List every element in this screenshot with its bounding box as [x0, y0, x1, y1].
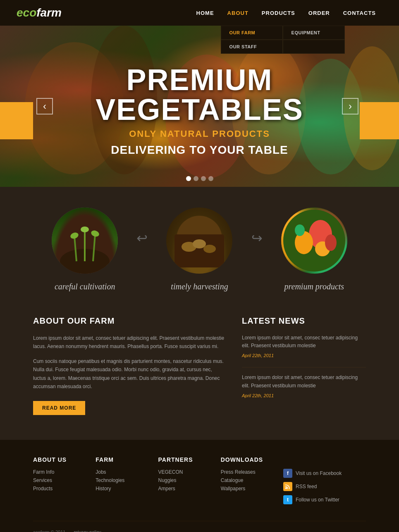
- news-item-2: Lorem ipsum dolor sit amet, consec tetue…: [242, 374, 366, 398]
- hero-content: PREMIUM VEGETABLES ONLY NATURAL PRODUCTS…: [96, 65, 303, 157]
- footer-col-farm: FARM Jobs Technologies History: [96, 456, 150, 508]
- footer: ABOUT US Farm Info Services Products FAR…: [0, 440, 399, 532]
- social-links: f Visit us on Facebook RSS feed t: [283, 469, 366, 504]
- feature-cultivation: careful cultivation: [33, 208, 136, 291]
- potatoes-svg: [166, 208, 232, 274]
- arrow-2: ↪: [251, 230, 263, 246]
- hero-subtitle: ONLY NATURAL PRODUCTS: [96, 129, 303, 139]
- nav-order[interactable]: ORDER: [302, 0, 337, 26]
- facebook-icon: f: [283, 469, 292, 478]
- feature-products: premium products: [263, 208, 366, 291]
- footer-link-services[interactable]: Services: [33, 477, 87, 483]
- dropdown-our-staff[interactable]: OUR STAFF: [221, 40, 283, 54]
- slider-prev-button[interactable]: ‹: [36, 98, 53, 115]
- footer-link-technologies[interactable]: Technologies: [96, 477, 150, 483]
- feature-label-products: premium products: [284, 282, 344, 291]
- slider-dot-2[interactable]: [194, 176, 198, 181]
- feature-circle-harvesting: [166, 208, 232, 274]
- footer-link-farm-info[interactable]: Farm Info: [33, 469, 87, 475]
- nav-products[interactable]: PRODUCTS: [255, 0, 302, 26]
- about-section: ABOUT OUR FARM Lorem ipsum dolor sit ame…: [33, 316, 225, 415]
- content-section: ABOUT OUR FARM Lorem ipsum dolor sit ame…: [0, 308, 399, 440]
- social-facebook[interactable]: f Visit us on Facebook: [283, 469, 366, 478]
- news-text-2: Lorem ipsum dolor sit amet, consec tetue…: [242, 374, 366, 389]
- slider-next-button[interactable]: ›: [342, 98, 358, 115]
- slider-dots: [186, 176, 213, 181]
- dropdown-row-1: OUR FARM EQUIPMENT: [221, 26, 345, 40]
- svg-point-28: [285, 487, 287, 489]
- news-date-1: April 22th, 2011: [242, 353, 274, 358]
- footer-col-about-us: ABOUT US Farm Info Services Products: [33, 456, 87, 508]
- about-dropdown: OUR FARM EQUIPMENT OUR STAFF: [221, 26, 345, 54]
- arrow-1: ↪: [136, 230, 148, 246]
- news-section: LATEST NEWS Lorem ipsum dolor sit amet, …: [242, 316, 366, 415]
- footer-title-farm: FARM: [96, 456, 150, 463]
- svg-point-10: [69, 231, 79, 240]
- footer-link-ampers[interactable]: Ampers: [158, 486, 213, 491]
- svg-point-26: [295, 224, 305, 236]
- dropdown-row-2: OUR STAFF: [221, 40, 345, 54]
- footer-link-catalogue[interactable]: Catalogue: [221, 477, 275, 483]
- news-text-1: Lorem ipsum dolor sit amet, consec tetue…: [242, 334, 366, 350]
- footer-title-downloads: DOWNLOADS: [221, 456, 275, 463]
- logo-eco: eco: [17, 6, 36, 19]
- social-twitter[interactable]: t Follow us on Twitter: [283, 495, 366, 504]
- feature-label-harvesting: timely harvesting: [171, 282, 228, 291]
- about-text-2: Cum sociis natoque penatibus et magnis d…: [33, 357, 225, 391]
- slider-dot-1[interactable]: [186, 176, 191, 181]
- slider-dot-3[interactable]: [201, 176, 206, 181]
- sprouts-art: [52, 208, 118, 274]
- nav-about-wrapper: ABOUT OUR FARM EQUIPMENT OUR STAFF: [221, 0, 255, 26]
- footer-link-vegecon[interactable]: VEGECON: [158, 469, 213, 475]
- hero-orange-bar-left: [0, 102, 33, 139]
- read-more-button[interactable]: READ MORE: [33, 401, 85, 415]
- potatoes-art: [166, 208, 232, 274]
- veggies-svg: [281, 208, 347, 274]
- news-divider: [242, 367, 366, 367]
- rss-icon: [283, 482, 292, 491]
- logo[interactable]: ecofarm: [17, 6, 62, 19]
- footer-link-history[interactable]: History: [96, 486, 150, 491]
- footer-divider: [33, 521, 366, 521]
- footer-link-press-releases[interactable]: Press Releases: [221, 469, 275, 475]
- feature-circle-products: [281, 208, 347, 274]
- sprouts-svg: [52, 208, 118, 274]
- header: ecofarm HOME ABOUT OUR FARM EQUIPMENT OU…: [0, 0, 399, 26]
- dropdown-our-farm[interactable]: OUR FARM: [221, 26, 283, 40]
- twitter-icon: t: [283, 495, 292, 504]
- nav-about[interactable]: ABOUT: [221, 0, 255, 26]
- footer-col-partners: PARTNERS VEGECON Nuggies Ampers: [158, 456, 213, 508]
- news-title: LATEST NEWS: [242, 316, 366, 326]
- nav-home[interactable]: HOME: [190, 0, 221, 26]
- rss-label: RSS feed: [296, 484, 317, 489]
- rss-svg: [285, 484, 291, 489]
- footer-link-jobs[interactable]: Jobs: [96, 469, 150, 475]
- veggies-art: [281, 208, 347, 274]
- hero-orange-bar-right: [360, 102, 399, 139]
- about-text-1: Lorem ipsum dolor sit amet, consec tetue…: [33, 334, 225, 351]
- dropdown-empty: [283, 40, 345, 54]
- footer-title-partners: PARTNERS: [158, 456, 213, 463]
- feature-label-cultivation: careful cultivation: [55, 282, 115, 291]
- social-rss[interactable]: RSS feed: [283, 482, 366, 491]
- slider-dot-4[interactable]: [208, 176, 213, 181]
- features-section: careful cultivation ↪ timely harvesting: [0, 187, 399, 308]
- footer-title-about-us: ABOUT US: [33, 456, 87, 463]
- footer-privacy-link[interactable]: privacy policy: [74, 530, 101, 532]
- news-date-2: April 22th, 2011: [242, 393, 274, 398]
- nav-contacts[interactable]: CONTACTS: [337, 0, 382, 26]
- footer-link-wallpapers[interactable]: Wallpapers: [221, 486, 275, 491]
- dropdown-equipment[interactable]: EQUIPMENT: [283, 26, 345, 40]
- svg-point-21: [203, 245, 216, 253]
- twitter-label: Follow us on Twitter: [296, 497, 339, 503]
- footer-col-social: f Visit us on Facebook RSS feed t: [283, 456, 366, 508]
- svg-point-12: [90, 229, 100, 238]
- hero-description: DELIVERING TO YOUR TABLE: [96, 143, 303, 157]
- footer-link-nuggies[interactable]: Nuggies: [158, 477, 213, 483]
- svg-point-20: [193, 239, 206, 248]
- about-title: ABOUT OUR FARM: [33, 316, 225, 326]
- footer-col-downloads: DOWNLOADS Press Releases Catalogue Wallp…: [221, 456, 275, 508]
- footer-copyright: ecofarm © 2011: [33, 530, 65, 532]
- footer-link-products[interactable]: Products: [33, 486, 87, 491]
- logo-farm: farm: [36, 6, 62, 19]
